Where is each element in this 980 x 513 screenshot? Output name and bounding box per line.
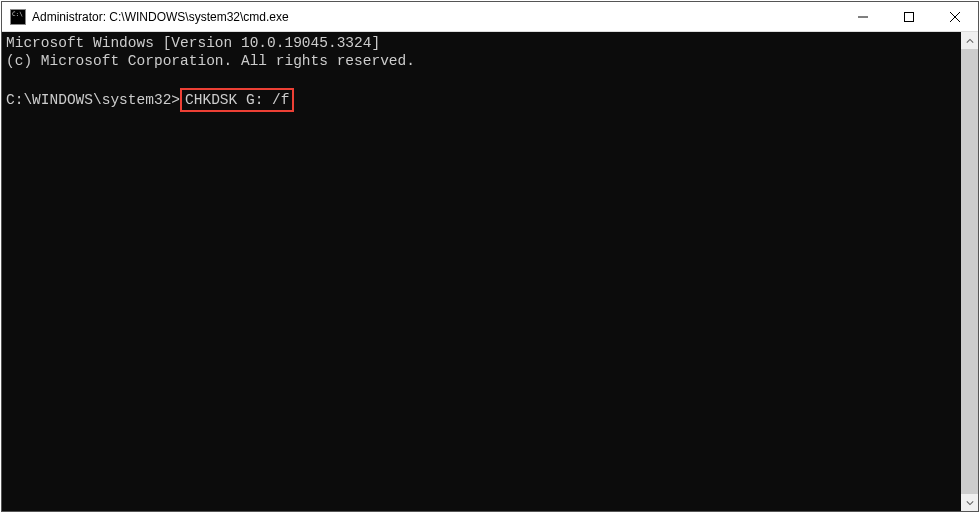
command-prompt-window: Administrator: C:\WINDOWS\system32\cmd.e… <box>1 1 979 512</box>
copyright-line: (c) Microsoft Corporation. All rights re… <box>6 53 415 69</box>
scrollbar-track[interactable] <box>961 49 978 494</box>
maximize-icon <box>904 12 914 22</box>
window-title: Administrator: C:\WINDOWS\system32\cmd.e… <box>32 10 840 24</box>
window-controls <box>840 2 978 31</box>
maximize-button[interactable] <box>886 2 932 31</box>
scroll-up-button[interactable] <box>961 32 978 49</box>
titlebar[interactable]: Administrator: C:\WINDOWS\system32\cmd.e… <box>2 2 978 32</box>
minimize-button[interactable] <box>840 2 886 31</box>
command-text: CHKDSK G: /f <box>185 92 289 108</box>
version-line: Microsoft Windows [Version 10.0.19045.33… <box>6 35 380 51</box>
terminal-wrapper: Microsoft Windows [Version 10.0.19045.33… <box>2 32 978 511</box>
chevron-down-icon <box>966 499 974 507</box>
close-button[interactable] <box>932 2 978 31</box>
cmd-icon <box>10 9 26 25</box>
minimize-icon <box>858 12 868 22</box>
scrollbar-thumb[interactable] <box>961 49 978 494</box>
terminal-output[interactable]: Microsoft Windows [Version 10.0.19045.33… <box>2 32 961 511</box>
vertical-scrollbar[interactable] <box>961 32 978 511</box>
command-highlight: CHKDSK G: /f <box>180 88 294 112</box>
prompt-text: C:\WINDOWS\system32> <box>6 92 180 108</box>
svg-rect-1 <box>905 12 914 21</box>
close-icon <box>950 12 960 22</box>
scroll-down-button[interactable] <box>961 494 978 511</box>
chevron-up-icon <box>966 37 974 45</box>
